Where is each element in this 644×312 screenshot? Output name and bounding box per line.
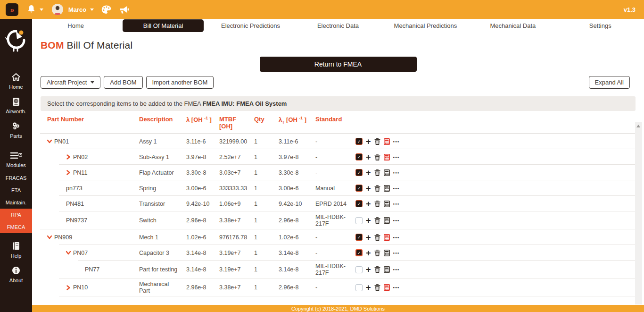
sidebar-item-home[interactable]: Home [0,69,32,93]
bell-dropdown-caret-icon[interactable] [40,8,43,11]
expand-all-button[interactable]: Expand All [589,76,630,89]
row-select-checkbox[interactable] [355,284,363,291]
project-dropdown-label: Aircraft Project [47,79,87,86]
trash-icon[interactable] [374,217,380,224]
calculator-icon[interactable] [384,138,390,145]
add-icon[interactable]: + [366,201,371,207]
tab-electronic-data[interactable]: Electronic Data [294,19,381,32]
sidebar-item-rpa[interactable]: RPA [0,209,32,221]
ellipsis-icon[interactable]: ●●● [393,156,400,159]
ellipsis-icon[interactable]: ●●● [393,252,400,254]
calculator-icon[interactable] [384,284,390,291]
sidebar-item-label: FTA [11,187,21,193]
chevron-icon[interactable] [66,250,73,255]
tab-home[interactable]: Home [32,19,119,32]
row-select-checkbox[interactable]: ✓ [355,153,363,160]
chevron-icon[interactable] [47,235,54,240]
sidebar-expand-button[interactable]: » [6,3,18,16]
ellipsis-icon[interactable]: ●●● [393,187,400,190]
modules-icon [10,151,22,160]
column-header--oh: λ [OH -1 ] [186,116,219,130]
calculator-icon[interactable] [384,201,390,207]
table-scrollbar[interactable] [635,122,642,304]
calculator-icon[interactable] [384,185,390,192]
description-cell: Switch [139,217,186,224]
sidebar-item-fta[interactable]: FTA [0,184,32,196]
chevron-icon[interactable] [66,154,73,160]
add-icon[interactable]: + [366,154,371,160]
calculator-icon[interactable] [384,234,390,241]
add-icon[interactable]: + [366,285,371,290]
add-icon[interactable]: + [366,139,371,144]
trash-icon[interactable] [374,266,380,273]
calculator-icon[interactable] [384,266,390,273]
ellipsis-icon[interactable]: ●●● [393,202,400,205]
ellipsis-icon[interactable]: ●●● [393,236,400,239]
sidebar-item-help[interactable]: Help [0,238,32,262]
trash-icon[interactable] [374,154,380,160]
mtbf-cell: 3.03e+7 [219,169,254,176]
chevron-icon[interactable] [47,139,54,144]
row-select-checkbox[interactable]: ✓ [355,138,363,145]
ellipsis-icon[interactable]: ●●● [393,140,400,143]
sidebar-item-label: FMECA [7,224,25,230]
sidebar-item-fmeca[interactable]: FMECA [0,221,32,233]
row-select-checkbox[interactable]: ✓ [355,185,363,192]
chevron-icon[interactable] [66,170,73,175]
part-number: PN77 [85,266,99,273]
import-bom-button[interactable]: Import another BOM [146,76,214,89]
sidebar-item-modules[interactable]: Modules [0,147,32,172]
user-menu[interactable]: Marco [52,4,94,15]
ellipsis-icon[interactable]: ●●● [393,268,400,271]
tab-mechanical-predictions[interactable]: Mechanical Predictions [382,19,469,32]
add-icon[interactable]: + [366,267,371,272]
app-logo[interactable] [0,19,32,61]
calculator-icon[interactable] [384,154,390,160]
chevron-down-icon [91,81,94,84]
tab-bill-of-material[interactable]: Bill Of Material [119,19,206,32]
add-icon[interactable]: + [366,170,371,176]
trash-icon[interactable] [374,250,380,256]
row-select-checkbox[interactable] [355,217,363,224]
trash-icon[interactable] [374,138,380,145]
tab-mechanical-data[interactable]: Mechanical Data [469,19,556,32]
trash-icon[interactable] [374,169,380,176]
mtbf-cell: 3.19e+7 [219,266,254,273]
scroll-up-arrow-icon[interactable] [636,125,640,127]
tab-settings[interactable]: Settings [557,19,644,32]
trash-icon[interactable] [374,284,380,291]
row-select-checkbox[interactable]: ✓ [355,249,363,256]
row-select-checkbox[interactable]: ✓ [355,234,363,241]
notifications-bell-icon[interactable] [27,5,36,14]
row-select-checkbox[interactable] [355,266,363,273]
row-actions: ✓ + ●●● [355,200,403,207]
add-icon[interactable]: + [366,250,371,256]
ellipsis-icon[interactable]: ●●● [393,219,400,222]
ellipsis-icon[interactable]: ●●● [393,171,400,174]
sidebar-item-fracas[interactable]: FRACAS [0,172,32,184]
sidebar-item-parts[interactable]: Parts [0,118,32,143]
announcements-megaphone-icon[interactable] [119,5,129,14]
calculator-icon[interactable] [384,217,390,224]
return-to-fmea-button[interactable]: Return to FMEA [260,57,417,72]
page-title: BOMBill Of Material [41,40,644,51]
calculator-icon[interactable] [384,250,390,256]
trash-icon[interactable] [374,234,380,241]
ellipsis-icon[interactable]: ●●● [393,286,400,289]
add-bom-button[interactable]: Add BOM [104,76,142,89]
add-icon[interactable]: + [366,186,371,191]
sidebar-item-maintain[interactable]: Maintain. [0,196,32,209]
add-icon[interactable]: + [366,235,371,240]
sidebar-item-about[interactable]: About [0,262,32,287]
theme-palette-icon[interactable] [101,5,111,14]
trash-icon[interactable] [374,185,380,192]
tab-electronic-predictions[interactable]: Electronic Predictions [207,19,294,32]
calculator-icon[interactable] [384,169,390,176]
chevron-icon[interactable] [66,285,73,290]
row-select-checkbox[interactable]: ✓ [355,200,363,207]
trash-icon[interactable] [374,201,380,207]
project-dropdown[interactable]: Aircraft Project [41,76,100,89]
row-select-checkbox[interactable]: ✓ [355,169,363,176]
sidebar-item-airworth[interactable]: Airworth. [0,93,32,118]
add-icon[interactable]: + [366,218,371,223]
